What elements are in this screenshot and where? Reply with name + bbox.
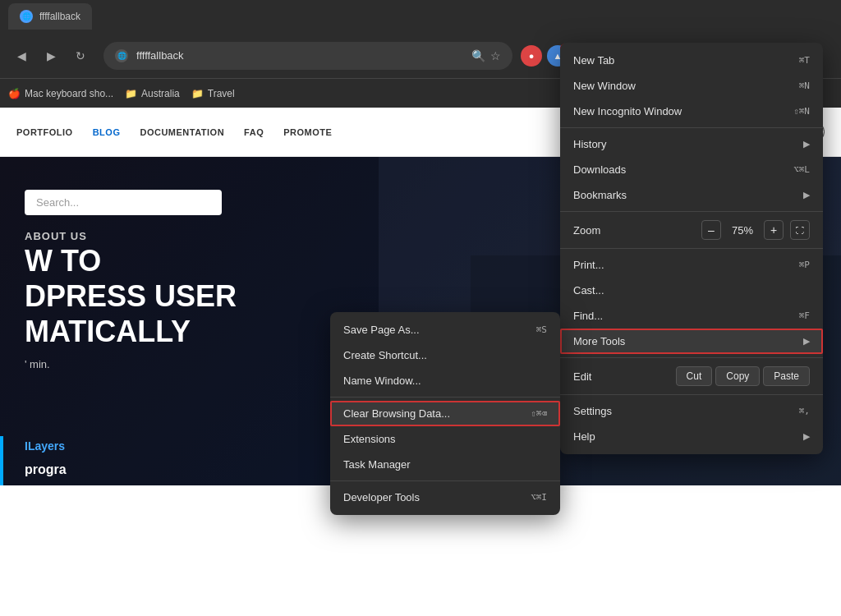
more-tools-developer-tools[interactable]: Developer Tools ⌥⌘I — [330, 485, 560, 510]
accent-bar — [0, 436, 3, 485]
search-placeholder: Search... — [36, 196, 79, 209]
active-tab[interactable]: 🌐 ffffallback — [8, 3, 92, 30]
bookmark-label: Mac keyboard sho... — [25, 88, 113, 99]
more-tools-divider-1 — [330, 397, 560, 398]
arrow-icon: ▶ — [803, 336, 810, 347]
menu-item-history[interactable]: History ▶ — [560, 131, 823, 157]
more-tools-extensions[interactable]: Extensions — [330, 426, 560, 452]
more-tools-divider-2 — [330, 480, 560, 481]
tab-label: ffffallback — [39, 11, 80, 22]
more-tools-save-page[interactable]: Save Page As... ⌘S — [330, 317, 560, 342]
omnibar-favicon: 🌐 — [115, 49, 128, 62]
bookmark-item-travel[interactable]: 📁 Travel — [191, 88, 235, 99]
menu-divider-1 — [560, 127, 823, 128]
about-us-label: ABOUT US — [25, 230, 87, 242]
edit-row: Edit Cut Copy Paste — [560, 361, 823, 391]
bookmark-star-icon[interactable]: ☆ — [490, 49, 501, 62]
menu-item-new-tab[interactable]: New Tab ⌘T — [560, 48, 823, 73]
paste-button[interactable]: Paste — [763, 366, 810, 386]
zoom-controls: – 75% + ⛶ — [701, 220, 810, 240]
menu-item-downloads[interactable]: Downloads ⌥⌘L — [560, 157, 823, 182]
extension-icon-red[interactable]: ● — [521, 45, 542, 67]
menu-item-cast[interactable]: Cast... — [560, 278, 823, 303]
folder-icon: 📁 — [125, 88, 137, 99]
back-button[interactable]: ◀ — [10, 44, 33, 67]
bookmark-label: Australia — [141, 88, 180, 99]
omnibar[interactable]: 🌐 fffffallback 🔍 ☆ — [103, 42, 512, 70]
menu-item-find[interactable]: Find... ⌘F — [560, 303, 823, 329]
arrow-icon: ▶ — [803, 431, 810, 442]
reload-button[interactable]: ↻ — [69, 44, 92, 67]
more-tools-name-window[interactable]: Name Window... — [330, 368, 560, 393]
zoom-label: Zoom — [573, 224, 701, 237]
arrow-icon: ▶ — [803, 139, 810, 149]
nav-item-faq[interactable]: FAQ — [244, 127, 264, 137]
bookmark-item-australia[interactable]: 📁 Australia — [125, 88, 180, 99]
bookmark-label: Travel — [208, 88, 235, 99]
zoom-value: 75% — [728, 224, 757, 237]
menu-divider-2 — [560, 211, 823, 212]
layers-label: ILayers — [25, 439, 65, 453]
edit-buttons: Cut Copy Paste — [676, 366, 810, 386]
search-icon[interactable]: 🔍 — [471, 49, 485, 62]
menu-item-new-window[interactable]: New Window ⌘N — [560, 73, 823, 99]
nav-item-portfolio[interactable]: PORTFOLIO — [16, 127, 73, 137]
chrome-dropdown-menu: New Tab ⌘T New Window ⌘N New Incognito W… — [560, 43, 823, 454]
menu-item-more-tools[interactable]: More Tools ▶ — [560, 329, 823, 354]
cut-button[interactable]: Cut — [676, 366, 713, 386]
omnibar-actions: 🔍 ☆ — [471, 49, 501, 62]
nav-icons: ◀ ▶ ↻ — [10, 44, 92, 67]
zoom-fullscreen-button[interactable]: ⛶ — [790, 220, 810, 240]
hero-line3: MATICALLY — [25, 315, 191, 348]
folder-icon: 📁 — [191, 88, 204, 99]
menu-divider-4 — [560, 357, 823, 358]
more-tools-submenu: Save Page As... ⌘S Create Shortcut... Na… — [330, 312, 560, 515]
menu-item-settings[interactable]: Settings ⌘, — [560, 398, 823, 424]
nav-item-documentation[interactable]: DOCUMENTATION — [140, 127, 224, 137]
omnibar-text: fffffallback — [136, 49, 463, 62]
search-bar[interactable]: Search... — [25, 190, 222, 215]
nav-item-promote[interactable]: PROMOTE — [283, 127, 332, 137]
program-text: progra — [25, 462, 67, 477]
edit-label: Edit — [573, 370, 676, 383]
nav-item-blog[interactable]: BLOG — [93, 127, 121, 137]
zoom-minus-button[interactable]: – — [701, 220, 721, 240]
tab-bar: 🌐 ffffallback — [0, 0, 841, 33]
more-tools-clear-browsing[interactable]: Clear Browsing Data... ⇧⌘⌫ — [330, 401, 560, 426]
more-tools-task-manager[interactable]: Task Manager — [330, 452, 560, 477]
more-tools-create-shortcut[interactable]: Create Shortcut... — [330, 342, 560, 368]
forward-button[interactable]: ▶ — [39, 44, 62, 67]
menu-divider-3 — [560, 248, 823, 249]
arrow-icon: ▶ — [803, 190, 810, 200]
apple-icon: 🍎 — [8, 88, 21, 99]
menu-item-new-incognito[interactable]: New Incognito Window ⇧⌘N — [560, 99, 823, 124]
menu-item-bookmarks[interactable]: Bookmarks ▶ — [560, 182, 823, 208]
hero-line1: W TO — [25, 244, 101, 278]
menu-item-print[interactable]: Print... ⌘P — [560, 252, 823, 278]
menu-item-help[interactable]: Help ▶ — [560, 424, 823, 449]
menu-divider-5 — [560, 394, 823, 395]
zoom-row: Zoom – 75% + ⛶ — [560, 215, 823, 245]
bookmark-item-apple[interactable]: 🍎 Mac keyboard sho... — [8, 88, 113, 99]
copy-button[interactable]: Copy — [715, 366, 760, 386]
tab-favicon: 🌐 — [20, 10, 33, 23]
hero-line2: DPRESS USER — [25, 279, 237, 313]
zoom-plus-button[interactable]: + — [764, 220, 784, 240]
